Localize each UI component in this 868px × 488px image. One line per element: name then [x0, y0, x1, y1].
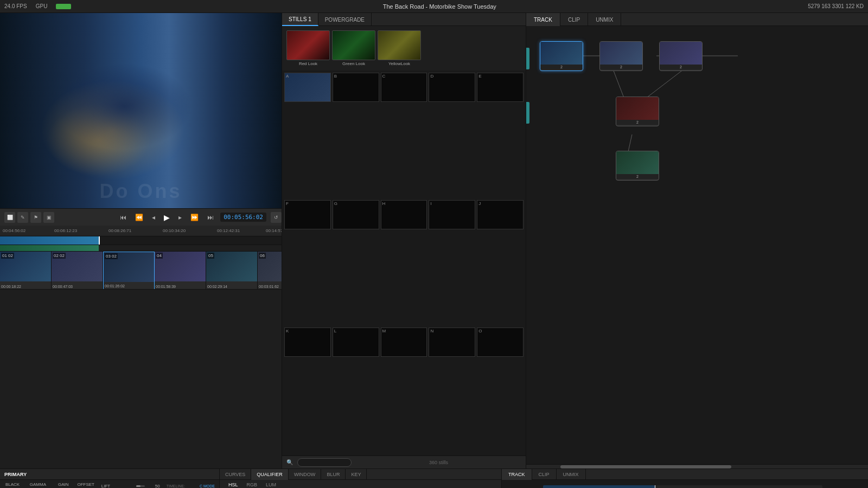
node-3-img [660, 42, 702, 65]
gallery-cell-i[interactable]: I [429, 200, 475, 229]
tab-qualifier[interactable]: QUALIFIER [251, 469, 289, 480]
gallery-cell-k[interactable]: K [284, 328, 331, 357]
loop-button[interactable]: ↺ [271, 212, 282, 223]
gallery-cell-e[interactable]: E [477, 73, 524, 102]
tab-blur[interactable]: BLUR [321, 469, 346, 480]
lift-slider[interactable] [136, 485, 145, 487]
left-panel: Do Ons ⬜ ✎ ⚑ ▣ ⏮ ⏪ ◂ ▶ ▸ ⏩ ⏭ 00:05:56:02… [0, 13, 282, 468]
node-horiz-scroll[interactable] [526, 464, 868, 468]
gamma-group: GAMMA +10 -30 +70 [24, 482, 52, 488]
gain-label: GAIN [58, 482, 69, 487]
tab-track[interactable]: TRACK [526, 13, 560, 26]
tab-hsl[interactable]: HSL [224, 480, 242, 488]
tab-window[interactable]: WINDOW [289, 469, 322, 480]
gallery-cell-j[interactable]: J [477, 200, 524, 229]
gallery-cell-a[interactable]: A [284, 73, 331, 102]
clip-2[interactable]: 02 02 00:00:47:03 [52, 252, 103, 290]
track-timeline-display: 00:05:56:02 00:09:26:13 [502, 480, 868, 488]
gallery-cell-h[interactable]: H [381, 200, 427, 229]
gallery-cell-m[interactable]: M [381, 328, 427, 357]
track-tab-track[interactable]: TRACK [502, 469, 532, 480]
gpu-bar [56, 4, 71, 9]
timecode-display: 00:05:56:02 [220, 213, 266, 222]
lift-row: LIFT 50 [99, 483, 162, 488]
view-icon-flag[interactable]: ⚑ [30, 212, 41, 223]
node-1[interactable]: 2 [540, 41, 583, 71]
still-thumb-green[interactable] [332, 30, 375, 60]
timeline-ruler: 00:04:56:02 00:06:12:23 00:08:26:71 00:1… [0, 226, 282, 236]
clip-4[interactable]: 04 00:01:58:39 [155, 252, 206, 290]
view-icon-edit[interactable]: ✎ [17, 212, 28, 223]
view-icon-clip[interactable]: ▣ [43, 212, 54, 223]
stills-area: Red Look Green Look YellowLook [282, 26, 526, 70]
tab-unmix[interactable]: UNMIX [588, 13, 621, 26]
gallery-cell-c[interactable]: C [381, 73, 427, 102]
frame-forward-button[interactable]: ▸ [176, 213, 184, 222]
top-bar: 24.0 FPS GPU The Back Road - Motorbike S… [0, 0, 868, 13]
track-bar-fill [543, 485, 655, 489]
track-tab-clip[interactable]: CLIP [532, 469, 557, 480]
timeline-audio-track[interactable] [0, 245, 282, 252]
step-forward-button[interactable]: ⏩ [188, 213, 201, 222]
step-back-button[interactable]: ⏪ [133, 213, 145, 222]
timeline-track[interactable] [0, 236, 282, 245]
clip-6[interactable]: 06 00:03:01:62 [258, 252, 282, 290]
search-input[interactable] [297, 458, 352, 467]
right-panel: TRACK CLIP UNMIX 2 2 [526, 13, 868, 468]
skip-end-button[interactable]: ⏭ [205, 213, 216, 222]
gallery-cell-b[interactable]: B [333, 73, 379, 102]
video-area: Do Ons [0, 13, 282, 208]
audio-progress [0, 245, 99, 251]
node-panel-tabs: TRACK CLIP UNMIX [526, 13, 868, 26]
middle-panel: STILLS 1 POWERGRADE Red Look Green Look … [282, 13, 526, 468]
node-4-img [616, 97, 659, 120]
tab-rgb[interactable]: RGB [242, 480, 262, 488]
clip-3[interactable]: 03 02 00:01:26:02 [103, 252, 155, 290]
node-5[interactable]: 2 [616, 151, 659, 181]
track-tab-unmix[interactable]: UNMIX [557, 469, 586, 480]
tab-clip[interactable]: CLIP [560, 13, 588, 26]
black-label: BLACK [5, 482, 20, 487]
node-3[interactable]: 2 [659, 41, 703, 71]
still-thumb-red[interactable] [286, 30, 330, 60]
still-yellow: YellowLook [378, 30, 421, 66]
bottom-section: PRIMARY BLACK 0 0 0 [0, 468, 868, 488]
gallery-cell-d[interactable]: D [429, 73, 475, 102]
node-5-img [616, 151, 659, 174]
search-icon: 🔍 [286, 459, 293, 465]
view-icon-monitor[interactable]: ⬜ [4, 212, 15, 223]
timeline-area: 00:04:56:02 00:06:12:23 00:08:26:71 00:1… [0, 226, 282, 468]
track-bottom-panel: TRACK CLIP UNMIX 00:05:56:02 00:09:26:13… [502, 469, 868, 488]
node-4[interactable]: 2 [616, 97, 659, 126]
gallery-cell-g[interactable]: G [333, 200, 379, 229]
gallery-cell-l[interactable]: L [333, 328, 379, 357]
play-button[interactable]: ▶ [162, 212, 172, 223]
skip-start-button[interactable]: ⏮ [118, 213, 129, 222]
ruler-mark-2: 00:06:12:23 [54, 228, 77, 233]
video-controls: ⬜ ✎ ⚑ ▣ ⏮ ⏪ ◂ ▶ ▸ ⏩ ⏭ 00:05:56:02 ↺ [0, 208, 282, 226]
tab-stills1[interactable]: STILLS 1 [282, 13, 318, 26]
still-label-yellow: YellowLook [388, 61, 410, 66]
node-input-strip-1 [526, 48, 529, 69]
gallery-cell-f[interactable]: F [284, 200, 331, 229]
node-2[interactable]: 2 [599, 41, 643, 71]
ruler-mark-4: 00:10:34:20 [163, 228, 186, 233]
tab-powergrade[interactable]: POWERGRADE [318, 13, 372, 26]
lift-value: 50 [147, 484, 160, 488]
frame-back-button[interactable]: ◂ [150, 213, 157, 222]
clip-1[interactable]: 01 02 00:00:18:22 [0, 252, 52, 290]
gallery-grid: ABCDEFGHIJKLMNO [282, 70, 526, 455]
clip-5[interactable]: 05 00:02:29:14 [206, 252, 258, 290]
node-graph: 2 2 2 2 2 [526, 26, 868, 464]
still-thumb-yellow[interactable] [378, 30, 421, 60]
gallery-cell-o[interactable]: O [477, 328, 524, 357]
tab-lum[interactable]: LUM [261, 480, 280, 488]
tab-curves[interactable]: CURVES [220, 469, 251, 480]
tab-key[interactable]: KEY [346, 469, 367, 480]
track-bar[interactable] [543, 485, 823, 489]
gallery-cell-n[interactable]: N [429, 328, 475, 357]
track-playhead [655, 485, 655, 489]
black-group: BLACK 0 0 0 0 [2, 482, 23, 488]
color-controls: PRIMARY BLACK 0 0 0 [0, 469, 220, 488]
node-3-num: 2 [660, 65, 702, 69]
